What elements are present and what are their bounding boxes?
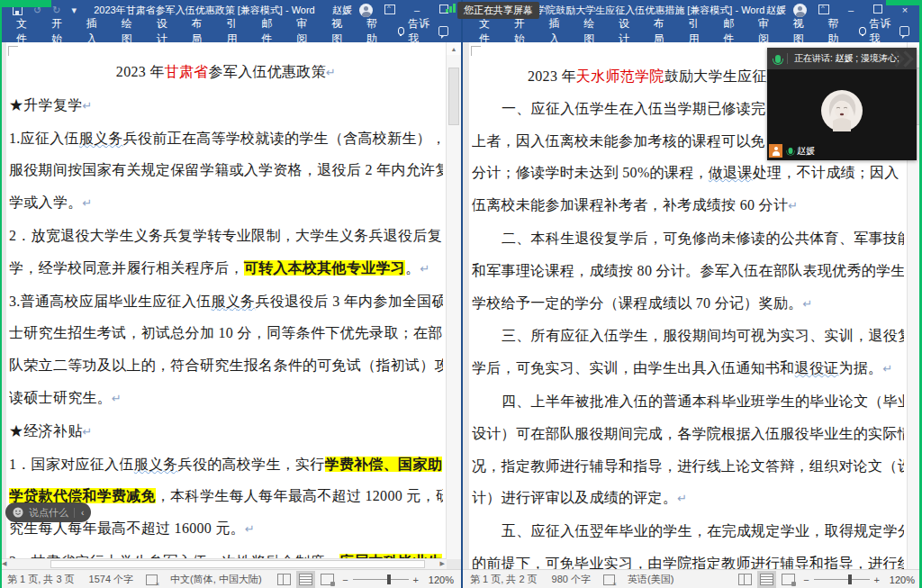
print-layout-icon[interactable] [760, 574, 773, 585]
zoom-percentage[interactable]: 120% [888, 574, 915, 585]
status-bar: 第 1 页, 共 2 页 980 个字 英语(美国) − + 120% [463, 569, 922, 588]
proofing-errors-icon[interactable] [603, 574, 615, 585]
lightbulb-icon [398, 27, 404, 35]
language-indicator[interactable]: 英语(美国) [620, 573, 681, 586]
paragraph-mark-icon: ↵ [420, 262, 429, 276]
zoom-slider[interactable] [814, 579, 870, 580]
doc-line: 况，指定教师进行辅导和指导，进行线上论文答辩，组织对论文（设 [472, 450, 904, 483]
ribbon-tabs: 文件开始插入绘图设计布局引用邮件审阅视图帮助告诉我 [463, 20, 922, 42]
zoom-slider[interactable] [353, 579, 409, 580]
paragraph-mark-icon: ↵ [803, 297, 813, 311]
paragraph-mark-icon: ↵ [83, 196, 93, 210]
ribbon-display-options-button[interactable] [380, 5, 400, 16]
zoom-percentage[interactable]: 120% [427, 574, 454, 585]
maximize-button[interactable] [868, 5, 888, 15]
document-area[interactable]: 2023 年甘肃省参军入伍优惠政策↵★升学复学↵1.应征入伍服义务兵役前正在高等… [0, 42, 461, 569]
minimize-button[interactable]: – [841, 5, 861, 15]
zoom-in-button[interactable]: + [413, 574, 419, 585]
doc-line: 学校给予一定的学分（课程成绩以 70 分记）奖励。↵ [472, 287, 904, 321]
comments-icon[interactable] [899, 26, 909, 36]
doc-line: ★升学复学↵ [9, 89, 443, 122]
video-call-overlay[interactable]: 正在讲话: 赵媛 ; 漫境涛心; 赵媛 [767, 48, 917, 160]
paragraph-mark-icon: ↵ [788, 199, 798, 213]
page-indicator[interactable]: 第 1 页, 共 2 页 [463, 573, 545, 586]
user-avatar[interactable] [793, 4, 807, 17]
zoom-in-button[interactable]: + [874, 574, 880, 585]
doc-line: ★经济补贴↵ [9, 415, 443, 448]
paragraph-mark-icon: ↵ [326, 66, 336, 79]
share-border-left [0, 0, 2, 588]
doc-line: 三、所有应征入伍学生，服役期间均可视为实习、实训，退役复 [472, 320, 904, 352]
web-layout-icon[interactable] [782, 574, 795, 585]
chat-input-pill[interactable]: 说点什么 ‹ [5, 502, 91, 522]
screen-share-notice: 您正在共享屏幕 [457, 2, 539, 19]
doc-line: 设计）可在部队服役期间完成，各学院根据入伍服役毕业生的实际情 [472, 418, 904, 450]
vertical-scroll-thumb[interactable] [448, 68, 459, 125]
user-name[interactable]: 赵媛 [332, 4, 352, 17]
lightbulb-icon [859, 27, 865, 35]
print-layout-icon[interactable] [299, 574, 312, 585]
doc-line: 1．国家对应征入伍服义务兵役的高校学生，实行学费补偿、国家助 [9, 448, 443, 481]
ribbon-tabs: 文件开始插入绘图设计布局引用邮件审阅视图帮助告诉我 [0, 20, 461, 42]
language-indicator[interactable]: 中文(简体, 中国大陆) [163, 573, 268, 586]
paragraph-mark-icon: ↵ [112, 392, 122, 405]
scroll-left-icon[interactable]: ◀ [2, 560, 6, 567]
participant-name: 赵媛 [797, 145, 815, 158]
doc-line: 五、应征入伍翌年毕业的学生，在完成规定学业，取得规定学分 [472, 515, 904, 547]
participant-status-icon [769, 144, 782, 158]
doc-line: 和军事理论课程，成绩按 80 分计。参军入伍在部队表现优秀的学生， [472, 255, 904, 287]
document-page[interactable]: 2023 年甘肃省参军入伍优惠政策↵★升学复学↵1.应征入伍服义务兵役前正在高等… [6, 42, 447, 559]
scroll-right-icon[interactable]: ▶ [440, 560, 445, 567]
page-indicator[interactable]: 第 1 页, 共 3 页 [0, 573, 82, 586]
zoom-slider-thumb[interactable] [848, 574, 852, 584]
user-avatar[interactable] [359, 4, 373, 17]
close-button[interactable]: × [895, 5, 915, 15]
zoom-out-button[interactable]: − [803, 574, 809, 585]
doc-line: 四、上半年被批准入伍的普通本科毕业班学生的毕业论文（毕业 [472, 385, 904, 418]
chat-placeholder[interactable]: 说点什么 [29, 506, 68, 520]
doc-line: 3.普通高校应届毕业生应征入伍服义务兵役退役后 3 年内参加全国硕 [9, 285, 443, 318]
comments-icon[interactable] [438, 26, 448, 36]
doc-line: 分计；修读学时未达到 50%的课程，做退课处理，不计成绩；因入 [472, 157, 904, 189]
share-border-top-left [0, 0, 51, 7]
user-name[interactable]: 赵媛 [766, 4, 786, 17]
doc-line: 二、本科生退役复学后，可免修尚未修读的公共体育、军事技能 [472, 222, 904, 255]
read-mode-icon[interactable] [738, 574, 752, 585]
doc-line: 队荣立二等功及以上的，符合研究生报名条件的可免试（指初试）攻 [9, 349, 443, 382]
document-text[interactable]: 2023 年甘肃省参军入伍优惠政策↵★升学复学↵1.应征入伍服义务兵役前正在高等… [9, 42, 443, 559]
doc-line: 的前提下，可免毕业实习，由学院指定教师进行辅导和指导，进行线 [472, 547, 904, 569]
participant-nameplate: 赵媛 [769, 144, 820, 158]
paragraph-mark-icon: ↵ [83, 425, 93, 439]
horizontal-scroll-thumb[interactable] [50, 560, 425, 568]
doc-line: 学后，可免实习、实训，由学生出具入伍通知书和退役证为据。↵ [472, 352, 904, 385]
read-mode-icon[interactable] [277, 574, 291, 585]
minimize-button[interactable]: – [407, 5, 427, 15]
mic-on-icon [789, 148, 793, 154]
doc-line: 计）进行评审以及成绩的评定。↵ [472, 482, 904, 515]
collapse-icon[interactable]: ‹ [74, 508, 84, 518]
horizontal-scrollbar[interactable]: ◀ ▶ [0, 558, 447, 569]
scroll-up-icon[interactable]: ▲ [447, 42, 461, 55]
doc-line: 服役期间按国家有关规定保留学籍或入学资格，退役后 2 年内允许复 [9, 154, 443, 186]
doc-line: 读硕士研究生。↵ [9, 382, 443, 415]
word-count[interactable]: 1574 个字 [82, 573, 141, 586]
word-window-left: ↺ ↻ ▾ 2023年甘肃省参军入伍优惠政策 [兼容模式] - Word 赵媛 … [0, 0, 461, 588]
speaker-bar: 正在讲话: 赵媛 ; 漫境涛心; [767, 48, 917, 69]
proofing-errors-icon[interactable] [146, 574, 158, 585]
vertical-scrollbar[interactable]: ▲ [446, 42, 461, 559]
doc-line: 伍离校未能参加课程补考者，补考成绩按 60 分计↵ [472, 189, 904, 222]
doc-line: 2．放宽退役大学生义务兵复学转专业限制，大学生义务兵退役后复 [9, 220, 443, 252]
participant-avatar [821, 90, 863, 131]
zoom-out-button[interactable]: − [342, 574, 348, 585]
status-bar: 第 1 页, 共 3 页 1574 个字 中文(简体, 中国大陆) − + 12… [0, 569, 461, 588]
emoji-icon[interactable] [13, 507, 23, 518]
word-count[interactable]: 980 个字 [545, 573, 598, 586]
redo-icon[interactable]: ↻ [52, 5, 60, 16]
doc-line: 2．甘肃省实行大学生参军入伍一次性奖励金制度，应届本科毕业生 [9, 546, 443, 559]
zoom-slider-thumb[interactable] [387, 574, 391, 584]
web-layout-icon[interactable] [321, 574, 334, 585]
microphone-icon [775, 55, 781, 63]
ribbon-display-options-button[interactable] [814, 5, 834, 16]
doc-line: 2023 年甘肃省参军入伍优惠政策↵ [9, 56, 443, 89]
video-frame[interactable]: 赵媛 [767, 69, 917, 160]
